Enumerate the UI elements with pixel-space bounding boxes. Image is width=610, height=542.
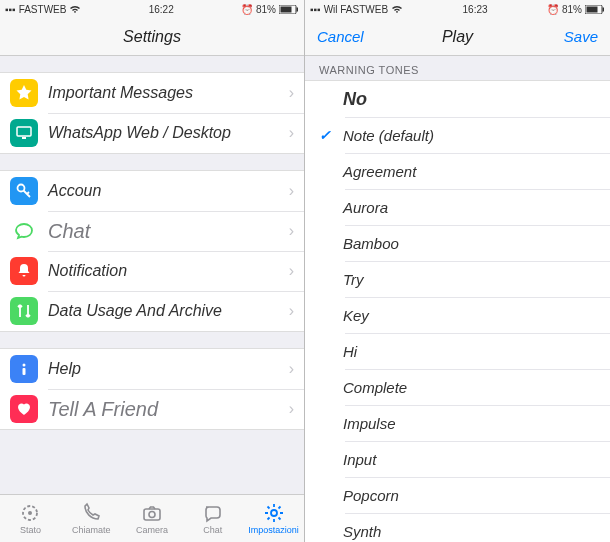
settings-row[interactable]: Data Usage And Archive› [0, 291, 304, 331]
tone-row[interactable]: Synth [305, 513, 610, 542]
tone-row[interactable]: Popcorn [305, 477, 610, 513]
tab-bar: StatoChiamateCameraChatImpostazioni [0, 494, 304, 542]
nav-bar: Settings [0, 18, 304, 56]
tone-label: No [343, 89, 367, 110]
info-icon [10, 355, 38, 383]
signal-icon: ▪▪▪ [310, 4, 321, 15]
signal-icon: ▪▪▪ [5, 4, 16, 15]
chevron-right-icon: › [289, 302, 294, 320]
tone-row[interactable]: No [305, 81, 610, 117]
battery-icon [279, 5, 299, 14]
row-label: Help [48, 360, 289, 378]
settings-row[interactable]: Notification› [0, 251, 304, 291]
svg-rect-3 [17, 127, 31, 136]
bell-icon [10, 257, 38, 285]
settings-icon [263, 502, 285, 524]
section-header: WARNING TONES [305, 56, 610, 80]
tone-label: Popcorn [343, 487, 399, 504]
chevron-right-icon: › [289, 222, 294, 240]
tab-chats[interactable]: Chat [182, 495, 243, 542]
svg-point-12 [271, 510, 277, 516]
row-label: WhatsApp Web / Desktop [48, 124, 289, 142]
camera-icon [141, 502, 163, 524]
tab-settings[interactable]: Impostazioni [243, 495, 304, 542]
tone-row[interactable]: Key [305, 297, 610, 333]
chevron-right-icon: › [289, 262, 294, 280]
carrier: FASTWEB [19, 4, 67, 15]
svg-point-6 [23, 364, 26, 367]
data-icon [10, 297, 38, 325]
chat-outline-icon [10, 217, 38, 245]
settings-row[interactable]: WhatsApp Web / Desktop› [0, 113, 304, 153]
tone-row[interactable]: ✓Note (default) [305, 117, 610, 153]
tab-calls[interactable]: Chiamate [61, 495, 122, 542]
tone-picker-screen: ▪▪▪ Wil FASTWEB 16:23 ⏰ 81% Cancel Play … [305, 0, 610, 542]
tab-label: Impostazioni [248, 525, 299, 535]
settings-row[interactable]: Accoun› [0, 171, 304, 211]
tone-row[interactable]: Complete [305, 369, 610, 405]
svg-point-9 [28, 511, 32, 515]
tone-label: Agreement [343, 163, 416, 180]
settings-row[interactable]: Help› [0, 349, 304, 389]
battery-percent: 81% [562, 4, 582, 15]
heart-icon [10, 395, 38, 423]
tone-label: Hi [343, 343, 357, 360]
chevron-right-icon: › [289, 400, 294, 418]
settings-row[interactable]: Important Messages› [0, 73, 304, 113]
tone-label: Note (default) [343, 127, 434, 144]
tone-list[interactable]: No✓Note (default)AgreementAuroraBambooTr… [305, 80, 610, 542]
settings-row[interactable]: Tell A Friend› [0, 389, 304, 429]
row-label: Notification [48, 262, 289, 280]
tone-label: Aurora [343, 199, 388, 216]
tone-row[interactable]: Aurora [305, 189, 610, 225]
chats-icon [202, 502, 224, 524]
chevron-right-icon: › [289, 360, 294, 378]
battery-icon [585, 5, 605, 14]
checkmark-icon: ✓ [319, 127, 343, 143]
clock: 16:23 [463, 4, 488, 15]
row-label: Data Usage And Archive [48, 302, 289, 320]
chevron-right-icon: › [289, 84, 294, 102]
nav-bar: Cancel Play Save [305, 18, 610, 56]
tone-row[interactable]: Agreement [305, 153, 610, 189]
svg-rect-1 [280, 6, 291, 12]
tone-label: Try [343, 271, 364, 288]
alarm-icon: ⏰ [547, 4, 559, 15]
settings-list[interactable]: Important Messages›WhatsApp Web / Deskto… [0, 56, 304, 494]
tone-row[interactable]: Bamboo [305, 225, 610, 261]
battery-percent: 81% [256, 4, 276, 15]
wifi-icon [391, 5, 403, 14]
row-label: Accoun [48, 182, 289, 200]
carrier: Wil FASTWEB [324, 4, 388, 15]
tone-label: Input [343, 451, 376, 468]
nav-title: Play [442, 28, 473, 46]
save-button[interactable]: Save [564, 28, 598, 45]
tab-label: Chat [203, 525, 222, 535]
tone-row[interactable]: Input [305, 441, 610, 477]
svg-rect-2 [296, 7, 298, 11]
svg-rect-15 [602, 7, 604, 11]
tab-label: Stato [20, 525, 41, 535]
cancel-button[interactable]: Cancel [317, 28, 364, 45]
tab-status[interactable]: Stato [0, 495, 61, 542]
key-icon [10, 177, 38, 205]
tab-camera[interactable]: Camera [122, 495, 183, 542]
tone-label: Bamboo [343, 235, 399, 252]
desktop-icon [10, 119, 38, 147]
tab-label: Camera [136, 525, 168, 535]
settings-row[interactable]: Chat› [0, 211, 304, 251]
tone-row[interactable]: Hi [305, 333, 610, 369]
star-icon [10, 79, 38, 107]
status-bar: ▪▪▪ FASTWEB 16:22 ⏰ 81% [0, 0, 304, 18]
tone-label: Synth [343, 523, 381, 540]
tone-label: Impulse [343, 415, 396, 432]
svg-point-11 [149, 512, 155, 518]
tone-row[interactable]: Impulse [305, 405, 610, 441]
tone-row[interactable]: Try [305, 261, 610, 297]
row-label: Chat [48, 220, 289, 243]
chevron-right-icon: › [289, 124, 294, 142]
clock: 16:22 [149, 4, 174, 15]
tab-label: Chiamate [72, 525, 111, 535]
alarm-icon: ⏰ [241, 4, 253, 15]
svg-point-5 [18, 185, 25, 192]
